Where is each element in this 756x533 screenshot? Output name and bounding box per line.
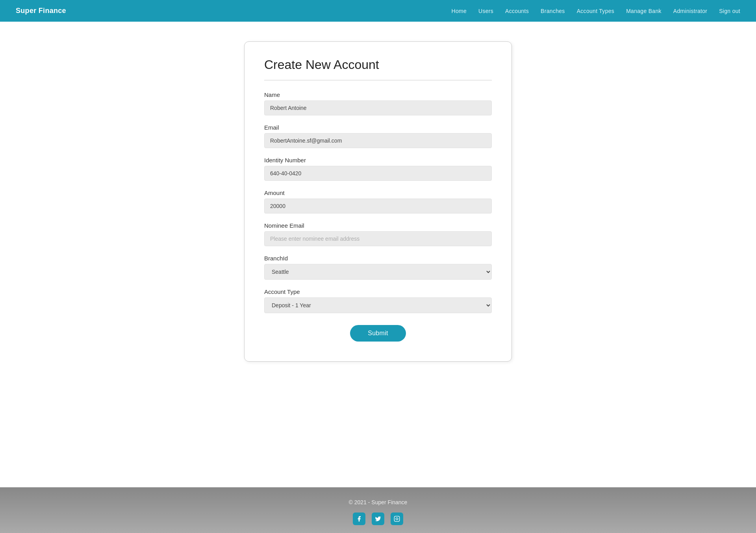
submit-button[interactable]: Submit bbox=[350, 325, 406, 342]
amount-label: Amount bbox=[264, 189, 492, 196]
nominee-email-label: Nominee Email bbox=[264, 222, 492, 229]
instagram-icon[interactable] bbox=[391, 513, 403, 525]
identity-number-label: Identity Number bbox=[264, 157, 492, 163]
submit-container: Submit bbox=[264, 325, 492, 342]
identity-number-input[interactable] bbox=[264, 166, 492, 181]
brand-logo[interactable]: Super Finance bbox=[16, 7, 66, 15]
email-input[interactable] bbox=[264, 133, 492, 148]
identity-number-group: Identity Number bbox=[264, 157, 492, 181]
nav-home[interactable]: Home bbox=[452, 8, 467, 14]
amount-input[interactable] bbox=[264, 199, 492, 214]
nav-accounts[interactable]: Accounts bbox=[505, 8, 529, 14]
name-group: Name bbox=[264, 91, 492, 115]
nav-administrator[interactable]: Administrator bbox=[673, 8, 707, 14]
name-label: Name bbox=[264, 91, 492, 98]
create-account-card: Create New Account Name Email Identity N… bbox=[244, 41, 512, 362]
main-content: Create New Account Name Email Identity N… bbox=[0, 22, 756, 487]
nominee-email-group: Nominee Email bbox=[264, 222, 492, 246]
nav-account-types[interactable]: Account Types bbox=[577, 8, 614, 14]
account-type-label: Account Type bbox=[264, 288, 492, 295]
account-type-select[interactable]: Deposit - 1 Year Savings Checking Invest… bbox=[264, 297, 492, 313]
form-title: Create New Account bbox=[264, 58, 492, 72]
form-divider bbox=[264, 80, 492, 80]
navbar: Super Finance Home Users Accounts Branch… bbox=[0, 0, 756, 22]
nav-manage-bank[interactable]: Manage Bank bbox=[626, 8, 662, 14]
footer: © 2021 - Super Finance bbox=[0, 487, 756, 533]
footer-social bbox=[8, 513, 748, 525]
facebook-icon[interactable] bbox=[353, 513, 365, 525]
nav-users[interactable]: Users bbox=[478, 8, 493, 14]
branch-id-select[interactable]: Seattle Portland San Francisco Los Angel… bbox=[264, 264, 492, 280]
twitter-icon[interactable] bbox=[372, 513, 384, 525]
email-label: Email bbox=[264, 124, 492, 131]
nominee-email-input[interactable] bbox=[264, 231, 492, 246]
branch-id-group: BranchId Seattle Portland San Francisco … bbox=[264, 255, 492, 280]
account-type-group: Account Type Deposit - 1 Year Savings Ch… bbox=[264, 288, 492, 313]
branch-id-label: BranchId bbox=[264, 255, 492, 262]
name-input[interactable] bbox=[264, 100, 492, 115]
nav-menu: Home Users Accounts Branches Account Typ… bbox=[452, 7, 741, 15]
amount-group: Amount bbox=[264, 189, 492, 214]
email-group: Email bbox=[264, 124, 492, 148]
footer-copyright: © 2021 - Super Finance bbox=[8, 499, 748, 505]
nav-branches[interactable]: Branches bbox=[541, 8, 565, 14]
nav-sign-out[interactable]: Sign out bbox=[719, 8, 740, 14]
svg-rect-0 bbox=[394, 516, 399, 521]
